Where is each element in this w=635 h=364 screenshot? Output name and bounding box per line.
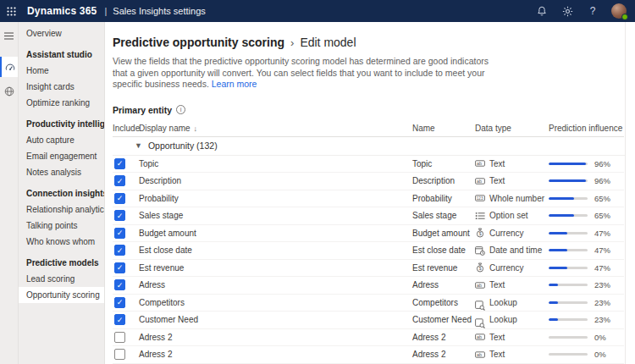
- model-description: View the fields that the predictive oppo…: [113, 56, 495, 91]
- sidebar-item-relationship-analytics[interactable]: Relationship analytics: [19, 201, 104, 218]
- data-type-label: Currency: [489, 229, 524, 238]
- table-row: ✓DescriptionDescription abText96%: [113, 173, 624, 190]
- column-header-include[interactable]: Include: [113, 124, 139, 133]
- prediction-influence-cell: 65%: [549, 211, 624, 220]
- prediction-influence-cell: 47%: [549, 229, 624, 238]
- sort-descending-icon[interactable]: ↓: [194, 124, 198, 133]
- page-title: Edit model: [300, 36, 356, 49]
- lookup-type-icon: [475, 318, 485, 328]
- field-display-name: Description: [139, 176, 412, 185]
- sidebar-item-lead-scoring[interactable]: Lead scoring: [19, 271, 104, 287]
- whole-number-type-icon: 123: [475, 193, 485, 203]
- sidebar-item-home[interactable]: Home: [19, 63, 104, 79]
- column-header-display-name[interactable]: Display name ↓: [139, 124, 412, 133]
- sidebar-item-email-engagement[interactable]: Email engagement: [19, 148, 104, 164]
- option-set-type-icon: [475, 211, 485, 221]
- influence-percent: 23%: [594, 298, 610, 307]
- currency-type-icon: $: [475, 228, 485, 238]
- include-checkbox[interactable]: ✓: [114, 279, 125, 290]
- field-name: Competitors: [412, 298, 475, 307]
- influence-percent: 65%: [594, 211, 610, 220]
- table-row: ✓Sales stageSales stage Option set65%: [113, 207, 624, 225]
- sidebar-item-talking-points[interactable]: Talking points: [19, 218, 104, 234]
- field-display-name: Est revenue: [139, 263, 412, 273]
- include-checkbox[interactable]: ✓: [114, 158, 125, 169]
- prediction-influence-cell: 47%: [549, 263, 624, 273]
- column-header-prediction-influence[interactable]: Prediction influence: [549, 124, 624, 133]
- include-checkbox[interactable]: ✓: [114, 175, 125, 186]
- main-content: Predictive opportunity scoring › Edit mo…: [105, 22, 635, 364]
- column-header-data-type[interactable]: Data type: [475, 124, 549, 133]
- hamburger-icon[interactable]: [0, 26, 18, 45]
- column-header-display-label: Display name: [139, 124, 190, 133]
- sidebar-item-auto-capture[interactable]: Auto capture: [19, 132, 104, 148]
- include-checkbox[interactable]: ✓: [114, 297, 125, 308]
- table-row: Adress 2Adress 2 abText0%: [113, 329, 624, 347]
- influence-percent: 96%: [594, 176, 610, 185]
- influence-percent: 47%: [594, 263, 610, 273]
- field-display-name: Adress 2: [139, 350, 412, 359]
- field-name: Description: [412, 176, 475, 185]
- field-data-type: Lookup: [475, 297, 549, 307]
- field-data-type: 123Whole number: [475, 193, 549, 203]
- table-row: ✓CompetitorsCompetitors Lookup23%: [113, 295, 624, 312]
- include-checkbox[interactable]: ✓: [114, 228, 125, 239]
- include-checkbox[interactable]: ✓: [114, 262, 125, 273]
- influence-bar: [549, 163, 588, 165]
- field-display-name: Competitors: [139, 298, 412, 307]
- info-icon[interactable]: i: [176, 105, 185, 114]
- avatar[interactable]: [611, 3, 627, 19]
- svg-text:ab: ab: [477, 283, 482, 288]
- sidebar-item-insight-cards[interactable]: Insight cards: [19, 79, 104, 95]
- include-checkbox[interactable]: [114, 349, 125, 360]
- globe-icon[interactable]: [0, 82, 18, 101]
- table-row: ✓Est close dateEst close date Date and t…: [113, 242, 624, 260]
- influence-bar: [549, 318, 588, 321]
- sidebar-item-overview[interactable]: Overview: [19, 25, 104, 41]
- include-checkbox[interactable]: ✓: [114, 314, 125, 325]
- sidebar-item-who-knows-whom[interactable]: Who knows whom: [19, 234, 104, 250]
- svg-text:ab: ab: [477, 352, 482, 357]
- influence-percent: 23%: [594, 280, 610, 290]
- settings-sidebar: OverviewAssistant studioHomeInsight card…: [19, 22, 105, 364]
- lookup-type-icon: [475, 301, 485, 311]
- field-name: Customer Need: [412, 315, 475, 324]
- app-title[interactable]: Dynamics 365: [27, 5, 97, 17]
- influence-percent: 65%: [594, 194, 610, 203]
- field-data-type: abText: [475, 350, 549, 360]
- data-type-label: Option set: [489, 211, 528, 220]
- breadcrumb-primary[interactable]: Predictive opportunity scoring: [113, 36, 284, 49]
- data-type-label: Text: [489, 350, 505, 359]
- influence-bar: [549, 232, 588, 234]
- sidebar-section-predictive-models: Predictive models: [19, 255, 104, 271]
- data-type-label: Text: [489, 159, 505, 168]
- field-display-name: Sales stage: [139, 211, 412, 220]
- prediction-influence-cell: 65%: [549, 194, 624, 203]
- chevron-down-icon[interactable]: ▼: [135, 141, 142, 150]
- bell-icon[interactable]: [535, 4, 549, 18]
- field-name: Adress 2: [412, 333, 475, 342]
- include-checkbox[interactable]: ✓: [114, 210, 125, 221]
- prediction-influence-cell: 47%: [549, 245, 624, 255]
- help-icon[interactable]: ?: [586, 4, 599, 18]
- influence-bar: [549, 301, 588, 304]
- rail-item-sales-insights[interactable]: [0, 57, 18, 77]
- include-checkbox[interactable]: [114, 332, 125, 343]
- column-header-name[interactable]: Name: [412, 124, 475, 133]
- sidebar-item-optimize-ranking[interactable]: Optimize ranking: [19, 95, 104, 111]
- sidebar-section-connection-insights: Connection insights: [19, 185, 104, 201]
- entity-group-row[interactable]: ▼ Opportunity (132): [113, 137, 635, 156]
- include-checkbox[interactable]: ✓: [114, 245, 125, 256]
- prediction-influence-cell: 23%: [549, 315, 624, 324]
- sidebar-item-notes-analysis[interactable]: Notes analysis: [19, 164, 104, 180]
- field-data-type: abText: [475, 176, 549, 186]
- include-checkbox[interactable]: ✓: [114, 193, 125, 204]
- learn-more-link[interactable]: Learn more: [212, 79, 257, 89]
- waffle-icon[interactable]: [0, 0, 22, 22]
- gear-icon[interactable]: [560, 4, 574, 18]
- scrollbar-gutter[interactable]: [625, 22, 635, 364]
- primary-entity-row: Primary entity i: [113, 105, 635, 115]
- sidebar-item-opportunity-scoring[interactable]: Opportunity scoring: [19, 287, 104, 303]
- influence-bar: [549, 214, 588, 217]
- text-type-icon: ab: [475, 176, 485, 186]
